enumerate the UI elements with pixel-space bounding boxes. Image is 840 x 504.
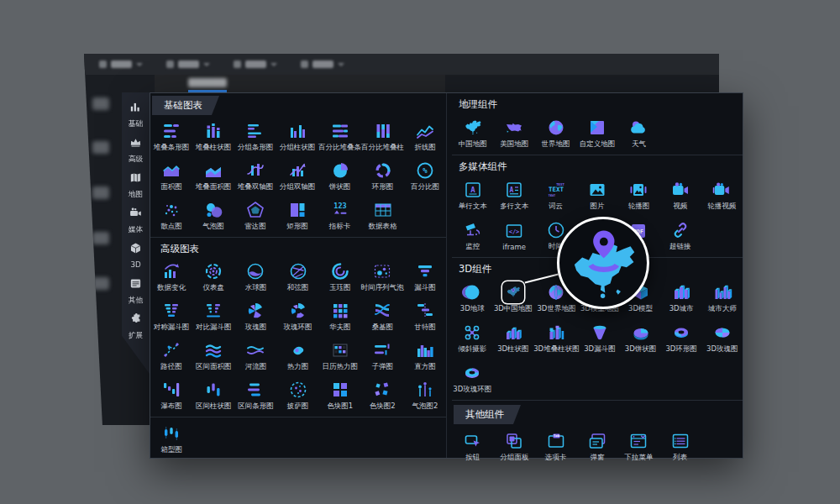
palette-item-grouped-column[interactable]: 分组柱状图 bbox=[276, 117, 318, 156]
palette-item-stacked-area[interactable]: 堆叠面积图 bbox=[192, 156, 234, 196]
palette-item-gantt[interactable]: 甘特图 bbox=[404, 297, 446, 336]
palette-item-rose[interactable]: 玫瑰图 bbox=[234, 297, 276, 336]
palette-item-list[interactable]: 列表 bbox=[659, 426, 701, 466]
palette-item-compare-funnel[interactable]: 对比漏斗图 bbox=[192, 297, 234, 336]
sidebar-item-three-d[interactable]: 3D bbox=[122, 234, 150, 269]
palette-item-waterfall[interactable]: 瀑布图 bbox=[150, 375, 192, 415]
palette-item-symmetric-funnel[interactable]: 对称漏斗图 bbox=[150, 297, 192, 336]
palette-item-stacked-dual-axis[interactable]: 堆叠双轴图 bbox=[234, 156, 276, 196]
palette-item-word-cloud[interactable]: TEXTTEXTTEXT词云 bbox=[535, 175, 576, 215]
palette-item-custom-map[interactable]: 自定义地图 bbox=[576, 113, 617, 153]
palette-item-single-text[interactable]: A单行文本 bbox=[452, 175, 493, 215]
palette-item-river[interactable]: 河流图 bbox=[234, 336, 276, 375]
palette-item-percent[interactable]: %百分比图 bbox=[404, 156, 446, 196]
palette-item-heatmap[interactable]: 热力图 bbox=[277, 336, 319, 375]
palette-item-pie[interactable]: 饼状图 bbox=[318, 156, 361, 196]
sidebar-item-basic[interactable]: 基础 bbox=[122, 92, 150, 128]
palette-item-treemap[interactable]: 矩形图 bbox=[276, 196, 318, 235]
palette-item-data-table[interactable]: 数据表格 bbox=[361, 196, 404, 235]
active-tab-blurred[interactable] bbox=[188, 78, 227, 87]
menu-item-blurred[interactable] bbox=[234, 60, 277, 68]
palette-item-rose-ring[interactable]: 玫瑰环图 bbox=[277, 297, 319, 336]
palette-item-bubble[interactable]: 气泡图 bbox=[192, 196, 234, 235]
palette-item-data-change[interactable]: 数据变化 bbox=[150, 257, 192, 297]
palette-item-box-plot[interactable]: 箱型图 bbox=[150, 419, 192, 459]
palette-item-ring-3d[interactable]: 3D环形图 bbox=[661, 318, 702, 358]
palette-item-area[interactable]: 面积图 bbox=[150, 156, 192, 196]
palette-item-label: 中国地图 bbox=[459, 139, 487, 150]
palette-item-china-map-3d[interactable]: 3D中国地图 bbox=[493, 277, 534, 318]
palette-item-weather[interactable]: 天气 bbox=[618, 113, 659, 153]
palette-item-chord[interactable]: 和弦图 bbox=[277, 257, 319, 297]
compare-funnel-icon bbox=[202, 300, 224, 322]
palette-item-pie-3d[interactable]: 3D饼状图 bbox=[620, 318, 661, 358]
weather-icon bbox=[627, 117, 649, 139]
palette-item-calendar-heatmap[interactable]: 日历热力图 bbox=[319, 336, 361, 375]
palette-item-city-master[interactable]: 城市大师 bbox=[701, 277, 743, 318]
palette-item-funnel-3d[interactable]: 3D漏斗图 bbox=[580, 318, 621, 358]
menu-item-blurred[interactable] bbox=[166, 60, 210, 68]
palette-item-iframe[interactable]: </>iframe bbox=[493, 215, 534, 255]
palette-item-city-3d[interactable]: 3D城市 bbox=[661, 277, 702, 318]
palette-item-line[interactable]: 折线图 bbox=[404, 117, 446, 156]
palette-item-stacked-bar-3d[interactable]: 3D堆叠柱状图 bbox=[533, 318, 579, 358]
palette-item-video[interactable]: 视频 bbox=[659, 175, 701, 215]
palette-item-carousel-video[interactable]: 轮播视频 bbox=[701, 175, 743, 215]
sidebar-item-extension[interactable]: 扩展 bbox=[122, 304, 150, 339]
palette-item-world-map[interactable]: 世界地图 bbox=[535, 113, 576, 153]
palette-item-pizza[interactable]: 披萨图 bbox=[277, 375, 319, 415]
sidebar-item-map[interactable]: 地图 bbox=[122, 163, 150, 198]
menu-item-blurred[interactable] bbox=[301, 60, 344, 68]
sidebar-item-other[interactable]: 其他 bbox=[122, 269, 150, 304]
palette-item-gauge[interactable]: 仪表盘 bbox=[192, 257, 234, 297]
palette-item-rose-ring-3d[interactable]: 3D玫瑰环图 bbox=[452, 358, 493, 398]
palette-item-path[interactable]: 路径图 bbox=[150, 336, 192, 375]
palette-item-multi-text[interactable]: A多行文本 bbox=[493, 175, 534, 215]
palette-item-bar-3d[interactable]: 3D柱状图 bbox=[493, 318, 534, 358]
palette-item-rose-3d[interactable]: 3D玫瑰图 bbox=[701, 318, 743, 358]
sidebar-item-advanced[interactable]: 高级 bbox=[122, 128, 150, 163]
palette-item-kpi-card[interactable]: 123指标卡 bbox=[318, 196, 361, 235]
section-header-media-components: 多媒体组件 bbox=[459, 160, 743, 173]
palette-item-waffle[interactable]: 华夫图 bbox=[319, 297, 361, 336]
palette-item-time-series-bubble[interactable]: 时间序列气泡 bbox=[361, 257, 404, 297]
palette-item-image[interactable]: 图片 bbox=[576, 175, 617, 215]
palette-item-scatter[interactable]: 散点图 bbox=[150, 196, 192, 235]
palette-item-button[interactable]: 按钮 bbox=[452, 426, 493, 466]
palette-item-color-block-2[interactable]: 色块图2 bbox=[361, 375, 404, 415]
sidebar-item-media[interactable]: 媒体 bbox=[122, 198, 150, 234]
palette-item-hyperlink[interactable]: 超链接 bbox=[659, 215, 701, 255]
palette-item-radar[interactable]: 雷达图 bbox=[234, 196, 276, 235]
palette-item-stacked-column[interactable]: 堆叠柱状图 bbox=[192, 117, 234, 156]
palette-item-china-map[interactable]: 中国地图 bbox=[452, 113, 493, 153]
palette-item-grouped-bar[interactable]: 分组条形图 bbox=[234, 117, 276, 156]
palette-item-donut[interactable]: 环形图 bbox=[361, 156, 404, 196]
palette-item-liquid[interactable]: 水球图 bbox=[234, 257, 276, 297]
palette-item-histogram[interactable]: 直方图 bbox=[404, 336, 446, 375]
menu-item-blurred[interactable] bbox=[99, 60, 143, 68]
palette-item-grouped-dual-axis[interactable]: 分组双轴图 bbox=[276, 156, 318, 196]
palette-item-bullet[interactable]: 子弹图 bbox=[361, 336, 404, 375]
palette-item-stacked-bar[interactable]: 堆叠条形图 bbox=[150, 117, 192, 156]
palette-item-globe-3d[interactable]: 3D地球 bbox=[452, 277, 493, 318]
palette-item-color-block-1[interactable]: 色块图1 bbox=[319, 375, 361, 415]
palette-item-carousel[interactable]: 轮播图 bbox=[618, 175, 659, 215]
palette-item-dropdown[interactable]: 下拉菜单 bbox=[618, 426, 659, 466]
palette-item-usa-map[interactable]: 美国地图 bbox=[493, 113, 534, 153]
palette-item-range-bar[interactable]: 区间条形图 bbox=[234, 375, 276, 415]
palette-item-bubble-2[interactable]: 气泡图2 bbox=[404, 375, 446, 415]
range-column-icon bbox=[202, 379, 224, 401]
palette-item-range-area[interactable]: 区间面积图 bbox=[192, 336, 234, 375]
palette-item-range-column[interactable]: 区间柱状图 bbox=[192, 375, 234, 415]
palette-item-funnel[interactable]: 漏斗图 bbox=[404, 257, 446, 297]
palette-item-sankey[interactable]: 桑基图 bbox=[361, 297, 404, 336]
palette-item-percent-stacked-bar[interactable]: 百分比堆叠条 bbox=[318, 117, 361, 156]
palette-item-popup-window[interactable]: 弹窗 bbox=[576, 426, 617, 466]
palette-item-percent-stacked-column[interactable]: 百分比堆叠柱 bbox=[361, 117, 404, 156]
palette-item-group-panel[interactable]: 分组面板 bbox=[493, 426, 534, 466]
palette-item-oblique-photography[interactable]: 倾斜摄影 bbox=[452, 318, 493, 358]
palette-item-label: 按钮 bbox=[465, 453, 480, 463]
palette-item-monitor[interactable]: 监控 bbox=[452, 215, 493, 255]
palette-item-tab-card[interactable]: Tab选项卡 bbox=[535, 426, 576, 466]
palette-item-yujue[interactable]: 玉珏图 bbox=[319, 257, 361, 297]
